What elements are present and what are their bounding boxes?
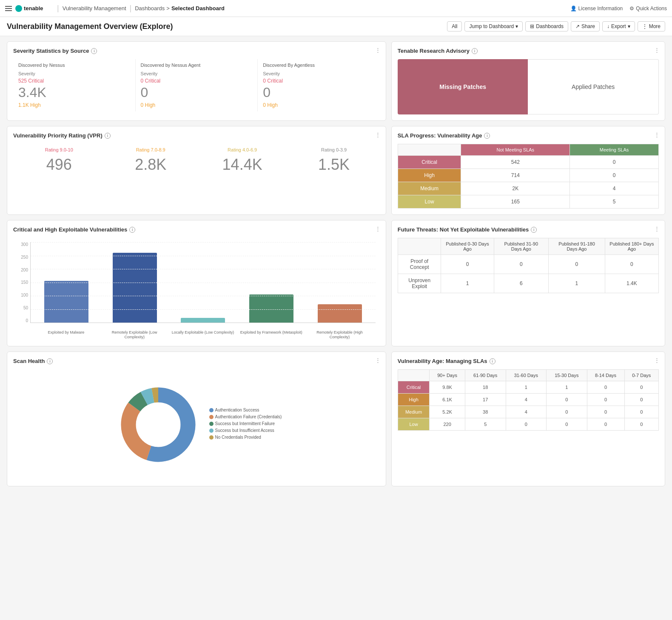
va-medium-0: 0 xyxy=(624,406,658,418)
ft-poc-0-30: 0 xyxy=(441,255,494,274)
sla-row-label: High xyxy=(398,169,461,182)
sla-not-meeting: 542 xyxy=(461,156,570,169)
breadcrumb-dashboards[interactable]: Dashboards xyxy=(135,5,165,11)
all-button[interactable]: All xyxy=(447,21,462,31)
sla-th-not-meeting: Not Meeting SLAs xyxy=(461,144,570,156)
jump-dashboard-button[interactable]: Jump to Dashboard ▾ xyxy=(464,21,523,31)
quickactions-btn[interactable]: ⚙ Quick Actions xyxy=(629,6,667,11)
ft-poc-180plus: 0 xyxy=(605,255,658,274)
va-row-medium: Medium 5.2K 38 4 0 0 0 xyxy=(398,406,658,418)
sla-menu[interactable]: ⋮ xyxy=(654,131,660,138)
ft-row-unproven: Unproven Exploit 1 6 1 1.4K xyxy=(398,274,658,293)
share-button[interactable]: ↗ Share xyxy=(571,21,600,31)
export-button[interactable]: ↓ Export ▾ xyxy=(602,21,635,31)
bar-5 xyxy=(308,242,371,323)
scan-health-info[interactable]: i xyxy=(47,358,53,364)
donut-container: Authentication Success Authentication Fa… xyxy=(13,369,380,480)
bar-locally-low xyxy=(181,318,225,323)
va-th-8-14: 8-14 Days xyxy=(587,370,624,381)
svg-point-1 xyxy=(15,5,22,12)
critical-high-menu[interactable]: ⋮ xyxy=(375,226,381,232)
va-critical-61: 18 xyxy=(465,381,506,394)
page-title: Vulnerability Management Overview (Explo… xyxy=(7,22,173,31)
vpr-info-icon[interactable]: i xyxy=(105,133,111,139)
vuln-age-sla-title: Vulnerability Age: Managing SLAs i xyxy=(398,358,659,364)
donut-label-insufficient: Success but Insufficient Access xyxy=(209,428,282,433)
agentless-high: 0 High xyxy=(263,102,375,108)
agentless-value: 0 xyxy=(263,85,375,100)
sla-meeting: 5 xyxy=(570,195,659,209)
severity-agent: Discovered by Nessus Agent Severity 0 Cr… xyxy=(136,59,258,111)
severity-menu[interactable]: ⋮ xyxy=(375,47,381,53)
dashboards-button[interactable]: ⊞ Dashboards xyxy=(525,21,568,31)
va-low-61: 5 xyxy=(465,418,506,431)
x-label-3: Locally Exploitable (Low Complexity) xyxy=(171,330,235,340)
sla-row: Critical 542 0 xyxy=(398,156,658,169)
vpr-menu[interactable]: ⋮ xyxy=(375,131,381,138)
section-label: Vulnerability Management xyxy=(63,5,126,11)
sla-title: SLA Progress: Vulnerability Age i xyxy=(398,132,659,139)
vuln-age-menu[interactable]: ⋮ xyxy=(654,357,660,363)
donut-labels: Authentication Success Authentication Fa… xyxy=(209,408,282,442)
bar-chart-container: 300 250 200 150 100 50 0 xyxy=(13,238,380,340)
applied-patches: Applied Patches xyxy=(528,59,659,114)
sla-not-meeting: 2K xyxy=(461,182,570,195)
more-button[interactable]: ⋮ More xyxy=(638,21,665,31)
severity-agentless: Discovered By Agentless Severity 0 Criti… xyxy=(258,59,380,111)
main-content: Severity Statistics by Source i ⋮ Discov… xyxy=(0,36,672,491)
va-medium-90: 5.2K xyxy=(430,406,465,418)
nessus-value: 3.4K xyxy=(18,85,130,100)
scan-health-title: Scan Health i xyxy=(13,358,380,364)
scan-health-menu[interactable]: ⋮ xyxy=(375,357,381,363)
va-low-15: 0 xyxy=(547,418,587,431)
va-critical-0: 0 xyxy=(624,381,658,394)
severity-grid: Discovered by Nessus Severity 525 Critic… xyxy=(13,59,380,111)
vpr-value-3: 14.4K xyxy=(203,156,281,174)
va-low-31: 0 xyxy=(506,418,547,431)
vuln-age-info[interactable]: i xyxy=(490,358,495,364)
donut-label-intermittent: Success but Intermittent Failure xyxy=(209,421,282,426)
ft-poc-31-90: 0 xyxy=(494,255,548,274)
agent-high: 0 High xyxy=(141,102,253,108)
sla-row: Medium 2K 4 xyxy=(398,182,658,195)
row-2: Vulnerability Priority Rating (VPR) i ⋮ … xyxy=(7,126,665,215)
donut-chart xyxy=(111,378,205,471)
future-threats-info[interactable]: i xyxy=(531,227,537,233)
vuln-age-table: 90+ Days 61-90 Days 31-60 Days 15-30 Day… xyxy=(398,369,659,431)
advisory-menu[interactable]: ⋮ xyxy=(654,47,660,53)
scan-health-card: Scan Health i ⋮ xyxy=(7,351,386,486)
agent-critical: 0 Critical xyxy=(141,78,253,84)
severity-info-icon[interactable]: i xyxy=(91,48,97,54)
svg-point-9 xyxy=(136,403,180,447)
sla-row-label: Medium xyxy=(398,182,461,195)
vuln-age-sla-card: Vulnerability Age: Managing SLAs i ⋮ 90+… xyxy=(391,351,665,486)
vpr-title: Vulnerability Priority Rating (VPR) i xyxy=(13,132,380,139)
future-threats-card: Future Threats: Not Yet Exploitable Vuln… xyxy=(391,220,665,346)
va-medium-61: 38 xyxy=(465,406,506,418)
bar-framework xyxy=(249,294,293,323)
va-th-31-60: 31-60 Days xyxy=(506,370,547,381)
advisory-chart: Missing Patches Applied Patches xyxy=(398,59,659,114)
license-btn[interactable]: 👤 License Information xyxy=(570,6,623,11)
sla-info-icon[interactable]: i xyxy=(484,133,490,139)
ft-th-31-90: Published 31-90 Days Ago xyxy=(494,238,548,255)
critical-high-info[interactable]: i xyxy=(129,227,135,233)
agentless-critical: 0 Critical xyxy=(263,78,375,84)
research-advisory-card: Tenable Research Advisory i ⋮ Missing Pa… xyxy=(391,41,665,121)
vpr-rating-label-4: Rating 0-3.9 xyxy=(295,147,373,152)
vpr-value-1: 496 xyxy=(20,156,98,174)
future-threats-menu[interactable]: ⋮ xyxy=(654,226,660,232)
topnav-right: 👤 License Information ⚙ Quick Actions xyxy=(570,6,667,11)
svg-text:tenable: tenable xyxy=(24,5,43,11)
va-medium-31: 4 xyxy=(506,406,547,418)
missing-patches: Missing Patches xyxy=(398,59,528,114)
va-th-empty xyxy=(398,370,429,381)
sla-not-meeting: 714 xyxy=(461,169,570,182)
hamburger-menu[interactable] xyxy=(5,6,12,11)
advisory-info-icon[interactable]: i xyxy=(472,48,478,54)
bar-remotely-low xyxy=(113,253,157,323)
va-high-90: 6.1K xyxy=(430,394,465,406)
x-label-1: Exploited by Malware xyxy=(34,330,98,340)
va-critical-label: Critical xyxy=(398,381,429,394)
nessus-source-label: Discovered by Nessus xyxy=(18,63,130,68)
